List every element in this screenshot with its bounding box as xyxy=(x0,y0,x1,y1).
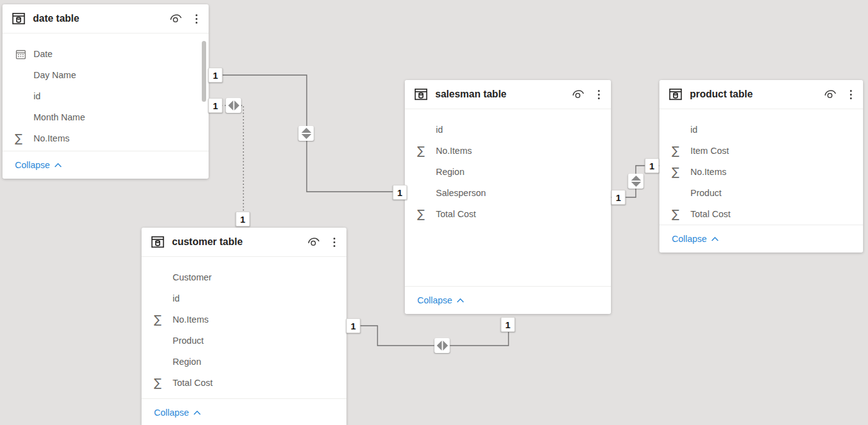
header-actions xyxy=(306,235,338,249)
relationship-line-date-customer[interactable] xyxy=(209,105,243,212)
sigma-icon: ∑ xyxy=(417,145,425,156)
visibility-eye-icon[interactable] xyxy=(306,235,322,249)
arrow-down-icon xyxy=(631,182,641,187)
table-card-date[interactable]: date tableDateDay NameidMonth Name∑No.It… xyxy=(2,4,209,179)
cross-filter-both-icon-salesman-product[interactable] xyxy=(628,174,644,189)
collapse-link[interactable]: Collapse xyxy=(417,295,464,305)
more-options-icon[interactable] xyxy=(331,236,338,249)
table-card-salesman[interactable]: salesman tableid∑No.ItemsRegionSalespers… xyxy=(405,80,611,314)
scrollbar-thumb[interactable] xyxy=(202,41,206,102)
visibility-eye-icon[interactable] xyxy=(168,11,184,26)
collapse-label: Collapse xyxy=(15,160,50,170)
more-options-icon[interactable] xyxy=(193,12,200,25)
field-label: Total Cost xyxy=(436,209,476,219)
table-icon xyxy=(414,87,428,102)
sigma-icon: ∑ xyxy=(672,145,690,156)
arrow-up-icon xyxy=(631,176,641,181)
sigma-icon: ∑ xyxy=(672,166,690,177)
table-card-header: date table xyxy=(2,4,209,34)
field-label: Customer xyxy=(173,272,212,282)
table-title: salesman table xyxy=(435,89,571,100)
field-label: No.Items xyxy=(436,146,472,156)
field-label: No.Items xyxy=(34,133,70,143)
chevron-up-icon xyxy=(193,408,201,418)
sigma-icon: ∑ xyxy=(672,208,690,220)
collapse-link[interactable]: Collapse xyxy=(672,234,719,244)
cross-filter-both-icon-customer-salesman[interactable] xyxy=(435,338,450,353)
table-card-header: product table xyxy=(659,80,863,109)
table-card-product[interactable]: product tableid∑Item Cost∑No.ItemsProduc… xyxy=(659,80,863,253)
table-title: customer table xyxy=(172,236,306,248)
more-options-icon[interactable] xyxy=(595,88,602,101)
field-salesperson[interactable]: Salesperson xyxy=(405,182,611,204)
arrow-right-icon xyxy=(234,101,239,110)
field-item-cost[interactable]: ∑Item Cost xyxy=(659,140,863,161)
field-customer[interactable]: Customer xyxy=(142,267,346,288)
field-no-items[interactable]: ∑No.Items xyxy=(142,309,346,330)
collapse-label: Collapse xyxy=(672,234,707,244)
field-id[interactable]: id xyxy=(659,119,863,140)
sigma-icon: ∑ xyxy=(154,377,173,388)
arrow-left-icon xyxy=(436,341,441,351)
field-product[interactable]: Product xyxy=(659,182,863,204)
sigma-icon: ∑ xyxy=(15,133,22,144)
field-id[interactable]: id xyxy=(405,119,611,140)
sigma-icon: ∑ xyxy=(154,377,161,388)
relationship-line-customer-salesman[interactable] xyxy=(346,326,509,346)
table-card-customer[interactable]: customer tableCustomerid∑No.ItemsProduct… xyxy=(142,228,346,425)
cardinality-label-date-customer-0: 1 xyxy=(209,98,223,113)
field-region[interactable]: Region xyxy=(142,351,346,372)
kebab-dot xyxy=(850,97,852,99)
field-label: Month Name xyxy=(34,112,85,122)
collapse-link[interactable]: Collapse xyxy=(15,160,62,170)
kebab-dot xyxy=(850,90,852,92)
cross-filter-both-icon-date-salesman[interactable] xyxy=(299,126,314,141)
field-list: id∑Item Cost∑No.ItemsProduct∑Total Cost xyxy=(659,109,863,225)
collapse-link[interactable]: Collapse xyxy=(154,408,201,418)
field-label: Region xyxy=(173,357,201,367)
field-total-cost[interactable]: ∑Total Cost xyxy=(659,204,863,225)
field-total-cost[interactable]: ∑Total Cost xyxy=(405,204,611,225)
field-day-name[interactable]: Day Name xyxy=(2,65,209,86)
header-actions xyxy=(823,87,854,102)
sigma-icon: ∑ xyxy=(672,166,679,177)
field-label: id xyxy=(690,125,697,135)
field-label: id xyxy=(173,293,179,303)
kebab-dot xyxy=(196,14,197,16)
table-card-header: customer table xyxy=(142,228,346,257)
field-no-items[interactable]: ∑No.Items xyxy=(405,140,611,161)
field-no-items[interactable]: ∑No.Items xyxy=(2,128,209,149)
field-id[interactable]: id xyxy=(142,288,346,309)
field-label: Day Name xyxy=(34,70,76,80)
cross-filter-both-icon-date-customer[interactable] xyxy=(226,98,242,113)
field-product[interactable]: Product xyxy=(142,330,346,351)
cardinality-label-customer-salesman-1: 1 xyxy=(501,317,515,332)
collapse-label: Collapse xyxy=(154,408,189,418)
field-total-cost[interactable]: ∑Total Cost xyxy=(142,372,346,393)
field-label: No.Items xyxy=(173,315,209,324)
arrow-right-icon xyxy=(443,341,448,351)
kebab-dot xyxy=(598,94,600,96)
field-month-name[interactable]: Month Name xyxy=(2,107,209,128)
field-no-items[interactable]: ∑No.Items xyxy=(659,161,863,182)
kebab-dot xyxy=(333,241,335,243)
field-list: id∑No.ItemsRegionSalesperson∑Total Cost xyxy=(405,109,611,286)
sigma-icon: ∑ xyxy=(417,145,436,156)
field-date[interactable]: Date xyxy=(2,43,209,65)
field-id[interactable]: id xyxy=(2,86,209,107)
field-label: Region xyxy=(436,167,464,177)
cardinality-label-salesman-product-1: 1 xyxy=(645,158,659,173)
field-list: Customerid∑No.ItemsProductRegion∑Total C… xyxy=(142,257,346,398)
table-icon xyxy=(150,235,165,249)
table-card-header: salesman table xyxy=(405,80,611,109)
visibility-eye-icon[interactable] xyxy=(823,87,838,102)
model-view-canvas: date tableDateDay NameidMonth Name∑No.It… xyxy=(0,0,868,425)
more-options-icon[interactable] xyxy=(848,88,854,101)
arrow-down-icon xyxy=(301,134,311,139)
visibility-eye-icon[interactable] xyxy=(571,87,586,102)
cardinality-label-date-salesman-1: 1 xyxy=(393,185,407,200)
field-label: Total Cost xyxy=(690,209,730,219)
field-label: Item Cost xyxy=(690,146,729,156)
field-list: DateDay NameidMonth Name∑No.Items xyxy=(2,34,209,151)
field-region[interactable]: Region xyxy=(405,161,611,182)
